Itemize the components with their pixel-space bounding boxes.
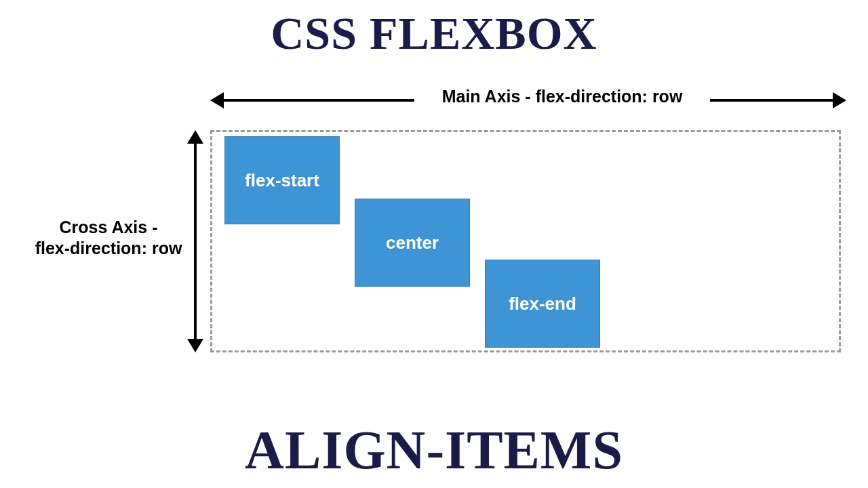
flex-item-flex-start: flex-start	[224, 136, 340, 224]
cross-axis-label-line2: flex-direction: row	[35, 239, 182, 258]
cross-axis-label: Cross Axis - flex-direction: row	[34, 217, 183, 260]
flexbox-align-items-diagram: Main Axis - flex-direction: row Cross Ax…	[34, 88, 834, 386]
cross-axis-arrow	[183, 130, 208, 352]
page-title: CSS FLEXBOX	[0, 7, 868, 60]
arrow-left-icon	[210, 92, 224, 108]
flex-item-center: center	[355, 199, 470, 287]
arrow-right-icon	[833, 92, 846, 108]
arrow-up-icon	[187, 130, 203, 144]
flex-container: flex-start center flex-end	[210, 130, 841, 352]
main-axis-arrow: Main Axis - flex-direction: row	[210, 88, 846, 113]
flex-item-flex-end: flex-end	[485, 260, 600, 348]
page-subtitle: ALIGN-ITEMS	[0, 420, 868, 481]
diagram-canvas: CSS FLEXBOX Main Axis - flex-direction: …	[0, 0, 868, 488]
cross-axis-label-line1: Cross Axis -	[60, 218, 158, 237]
main-axis-label: Main Axis - flex-direction: row	[414, 84, 710, 109]
arrow-down-icon	[187, 339, 203, 352]
cross-axis-line	[194, 144, 197, 339]
